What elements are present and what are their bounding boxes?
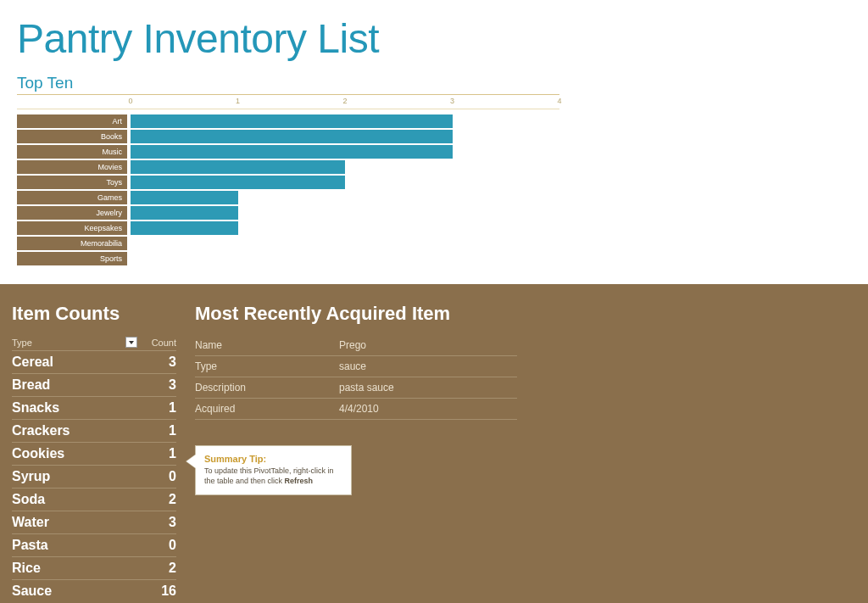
chart-bar-row: Memorabilia xyxy=(17,237,559,250)
chart-bar-row: Music xyxy=(17,145,559,159)
chart-bar-label: Jewelry xyxy=(17,206,127,220)
tip-text: To update this PivotTable, right-click i… xyxy=(204,466,334,485)
detail-row: NamePrego xyxy=(195,335,517,356)
item-type: Syrup xyxy=(12,469,141,484)
recent-item-heading: Most Recently Acquired Item xyxy=(195,303,517,325)
chart-bar-fill xyxy=(131,176,345,189)
tip-title: Summary Tip: xyxy=(204,453,342,466)
summary-tip-callout: Summary Tip: To update this PivotTable, … xyxy=(195,445,352,495)
chart-bar-label: Music xyxy=(17,145,127,159)
detail-key: Type xyxy=(195,360,339,372)
recent-item-section: Most Recently Acquired Item NamePregoTyp… xyxy=(195,303,517,495)
item-type: Bread xyxy=(12,377,141,393)
axis-tick: 0 xyxy=(128,97,132,105)
chart-bar-label: Art xyxy=(17,114,127,128)
item-count: 0 xyxy=(141,538,176,553)
chart-bar-row: Toys xyxy=(17,176,559,189)
table-row: Crackers1 xyxy=(12,420,176,443)
chart-bar-label: Movies xyxy=(17,160,127,174)
chart-bar-row: Keepsakes xyxy=(17,221,559,235)
table-row: Syrup0 xyxy=(12,466,176,489)
item-count: 2 xyxy=(141,561,176,576)
item-type: Rice xyxy=(12,561,141,576)
table-row: Snacks1 xyxy=(12,397,176,420)
table-row: Bread3 xyxy=(12,374,176,397)
detail-value: sauce xyxy=(339,360,517,372)
item-count: 3 xyxy=(141,377,176,393)
col-header-type: Type xyxy=(12,338,141,348)
col-header-count-label: Count xyxy=(152,338,176,348)
axis-tick: 1 xyxy=(236,97,240,105)
chart-bar-fill xyxy=(131,206,238,220)
item-type: Crackers xyxy=(12,423,141,438)
detail-value: pasta sauce xyxy=(339,382,517,394)
item-count: 3 xyxy=(141,355,176,370)
detail-key: Acquired xyxy=(195,403,339,415)
chart-bar-fill xyxy=(131,221,238,235)
chart-bar-fill xyxy=(131,145,453,159)
chart-bar-fill xyxy=(131,130,453,143)
item-counts-header-row: Type Count xyxy=(12,335,176,351)
chart-bar-row: Sports xyxy=(17,252,559,265)
tip-refresh: Refresh xyxy=(285,477,314,485)
item-type: Cereal xyxy=(12,355,141,370)
top-panel: Pantry Inventory List Top Ten 01234 ArtB… xyxy=(0,0,868,284)
detail-key: Description xyxy=(195,382,339,394)
table-row: Rice2 xyxy=(12,557,176,580)
table-row: Water3 xyxy=(12,511,176,534)
item-count: 2 xyxy=(141,492,176,507)
item-type: Water xyxy=(12,515,141,530)
chart-bar-row: Movies xyxy=(17,160,559,174)
chart-bar-label: Games xyxy=(17,191,127,204)
item-count: 16 xyxy=(141,583,176,599)
item-type: Snacks xyxy=(12,400,141,416)
chart-bar-label: Toys xyxy=(17,176,127,189)
detail-value: 4/4/2010 xyxy=(339,403,517,415)
table-row: Sauce16 xyxy=(12,580,176,602)
item-type: Soda xyxy=(12,492,141,507)
chart-bar-row: Jewelry xyxy=(17,206,559,220)
chart-bar-fill xyxy=(131,191,238,204)
item-type: Cookies xyxy=(12,446,141,461)
sort-dropdown-icon[interactable] xyxy=(125,337,137,348)
table-row: Soda2 xyxy=(12,489,176,511)
chart-bar-label: Books xyxy=(17,130,127,143)
top-ten-chart: 01234 ArtBooksMusicMoviesToysGamesJewelr… xyxy=(17,97,559,265)
chart-axis: 01234 xyxy=(17,97,559,109)
chart-bar-fill xyxy=(131,160,345,174)
detail-key: Name xyxy=(195,339,339,351)
detail-row: Acquired4/4/2010 xyxy=(195,399,517,420)
item-counts-heading: Item Counts xyxy=(12,303,176,325)
detail-row: Descriptionpasta sauce xyxy=(195,377,517,399)
col-header-count: Count xyxy=(141,338,176,348)
axis-tick: 3 xyxy=(450,97,454,105)
chart-bar-row: Art xyxy=(17,114,559,128)
chart-bar-fill xyxy=(131,114,453,128)
detail-row: Typesauce xyxy=(195,356,517,377)
item-count: 1 xyxy=(141,423,176,438)
bottom-panel: Item Counts Type Count Cereal3Bread3Snac… xyxy=(0,284,868,603)
item-count: 0 xyxy=(141,469,176,484)
chart-bar-row: Books xyxy=(17,130,559,143)
item-type: Sauce xyxy=(12,583,141,599)
axis-tick: 2 xyxy=(342,97,347,105)
chart-bar-label: Memorabilia xyxy=(17,237,127,250)
chart-bar-label: Sports xyxy=(17,252,127,265)
item-count: 1 xyxy=(141,446,176,461)
item-counts-section: Item Counts Type Count Cereal3Bread3Snac… xyxy=(12,303,176,602)
item-count: 1 xyxy=(141,400,176,416)
table-row: Pasta0 xyxy=(12,534,176,557)
axis-tick: 4 xyxy=(557,97,561,105)
detail-value: Prego xyxy=(339,339,517,351)
item-type: Pasta xyxy=(12,538,141,553)
table-row: Cookies1 xyxy=(12,443,176,466)
chart-bar-label: Keepsakes xyxy=(17,221,127,235)
table-row: Cereal3 xyxy=(12,351,176,374)
page-title: Pantry Inventory List xyxy=(17,15,868,62)
chart-title: Top Ten xyxy=(17,74,559,95)
item-count: 3 xyxy=(141,515,176,530)
chart-bar-row: Games xyxy=(17,191,559,204)
